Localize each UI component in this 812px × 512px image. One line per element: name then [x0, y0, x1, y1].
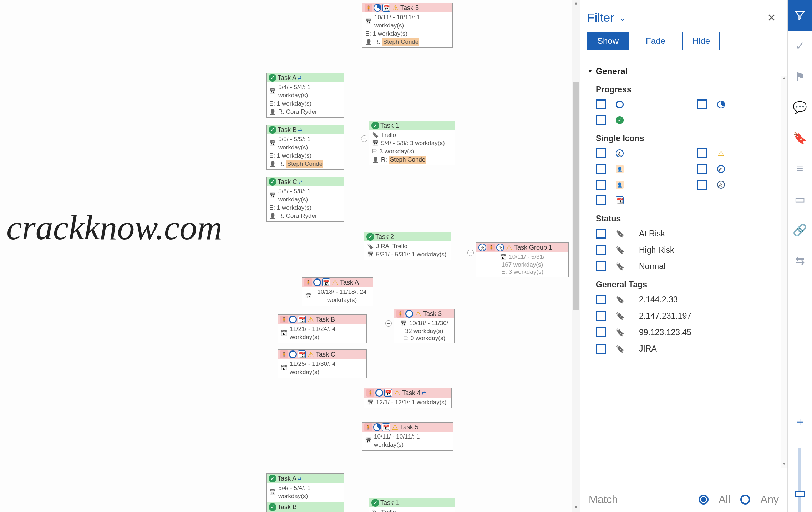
- link-icon: ⇄: [422, 390, 427, 396]
- link-tool-button[interactable]: 🔗: [788, 215, 812, 245]
- progress-partial-icon: [717, 101, 725, 108]
- collapse-toggle[interactable]: −: [385, 320, 392, 327]
- clock-icon: [717, 165, 725, 173]
- checkbox[interactable]: [596, 295, 606, 304]
- triangle-down-icon: ▼: [587, 68, 593, 75]
- resource-warn-icon: [616, 181, 624, 189]
- tag-icon: [616, 229, 629, 238]
- note-tool-button[interactable]: ▭: [788, 184, 812, 215]
- node-task-1b[interactable]: Task 1 Trello: [369, 498, 455, 512]
- node-task-3[interactable]: Task 3 10/18/ - 11/30/ 32 workday(s) E: …: [394, 309, 455, 343]
- checkbox[interactable]: [697, 99, 707, 109]
- node-red-task-c[interactable]: Task C 11/25/ - 11/30/: 4 workday(s): [278, 349, 367, 378]
- mode-fade-button[interactable]: Fade: [636, 32, 675, 50]
- clock-icon: [496, 244, 504, 251]
- scroll-down-button[interactable]: ▾: [572, 504, 580, 512]
- node-task-b2[interactable]: Task B: [266, 502, 344, 512]
- mindmap-canvas[interactable]: crackknow.com Task 5 10/11/ - 10/11/: 1 …: [0, 0, 580, 512]
- scroll-up-button[interactable]: ▴: [781, 76, 787, 82]
- progress-circle-icon: [375, 389, 383, 397]
- checkbox[interactable]: [596, 261, 606, 271]
- filter-panel: Filter ⌄ ✕ Show Fade Hide ▼General Progr…: [580, 0, 787, 512]
- node-red-task-b[interactable]: Task B 11/21/ - 11/24/: 4 workday(s): [278, 314, 367, 343]
- list-tool-button[interactable]: ≡: [788, 153, 812, 184]
- check-icon: [269, 126, 276, 134]
- watermark-text: crackknow.com: [6, 208, 222, 247]
- checkbox[interactable]: [596, 245, 606, 255]
- scroll-thumb[interactable]: [573, 82, 579, 310]
- subhead-status: Status: [596, 214, 780, 224]
- checkbox[interactable]: [596, 344, 606, 354]
- checkbox[interactable]: [596, 229, 606, 239]
- checkbox[interactable]: [596, 99, 606, 109]
- node-task-4[interactable]: Task 4⇄ 12/1/ - 12/1/: 1 workday(s): [364, 388, 452, 408]
- node-task-a[interactable]: Task A⇄ 5/4/ - 5/4/: 1 workday(s) E: 1 w…: [266, 73, 344, 118]
- mode-show-button[interactable]: Show: [587, 32, 629, 50]
- checkbox[interactable]: [596, 311, 606, 321]
- radio-any[interactable]: [740, 495, 750, 505]
- checkbox[interactable]: [697, 164, 707, 174]
- mode-hide-button[interactable]: Hide: [682, 32, 720, 50]
- link-icon: ⇄: [298, 75, 303, 81]
- scroll-up-button[interactable]: ▴: [572, 0, 580, 8]
- filter-tool-button[interactable]: [788, 0, 812, 31]
- checkbox[interactable]: [697, 180, 707, 190]
- filter-body[interactable]: ▼General Progress Single Icons Status At…: [580, 59, 787, 487]
- date-icon: [500, 253, 507, 261]
- add-tool-button[interactable]: ＋: [788, 406, 812, 437]
- date-icon: [367, 251, 374, 259]
- settings-tool-button[interactable]: ⇆: [788, 245, 812, 276]
- date-icon: [269, 191, 276, 200]
- scroll-down-button[interactable]: ▾: [781, 461, 787, 468]
- checkbox[interactable]: [596, 180, 606, 190]
- node-title: Task 5: [400, 4, 419, 12]
- flag-tool-button[interactable]: ⚑: [788, 61, 812, 92]
- node-task-group-1[interactable]: Task Group 1 10/11/ - 5/31/ 167 workday(…: [476, 242, 569, 277]
- canvas-scrollbar[interactable]: ▴ ▾: [572, 0, 580, 512]
- progress-circle-icon: [289, 350, 297, 358]
- collapse-toggle[interactable]: −: [361, 135, 367, 142]
- clock-up-icon: [616, 149, 624, 157]
- checkbox[interactable]: [596, 148, 606, 158]
- collapse-toggle[interactable]: −: [467, 250, 474, 256]
- warning-icon: [414, 310, 422, 318]
- tag-icon: [616, 246, 629, 254]
- checkbox[interactable]: [596, 327, 606, 337]
- check-tool-button[interactable]: ✓: [788, 31, 812, 61]
- progress-circle-icon: [405, 310, 413, 318]
- warning-icon: [307, 350, 315, 358]
- radio-all[interactable]: [699, 495, 709, 505]
- zoom-handle[interactable]: [795, 491, 805, 497]
- node-task-b[interactable]: Task B⇄ 5/5/ - 5/5/: 1 workday(s) E: 1 w…: [266, 125, 344, 170]
- node-red-task-a[interactable]: Task A 10/18/ - 11/18/: 24 workday(s): [302, 277, 373, 306]
- person-icon: [269, 160, 276, 168]
- checkbox[interactable]: [596, 115, 606, 125]
- warning-icon: [391, 423, 399, 431]
- chat-tool-button[interactable]: 💬: [788, 92, 812, 123]
- date-icon: [269, 139, 276, 148]
- tag-icon: [616, 295, 629, 304]
- link-icon: ⇄: [298, 179, 304, 185]
- node-task-2[interactable]: Task 2 JIRA, Trello 5/31/ - 5/31/: 1 wor…: [364, 232, 451, 260]
- tag-icon: [367, 242, 374, 251]
- checkbox[interactable]: [596, 164, 606, 174]
- node-task-c[interactable]: Task C⇄ 5/8/ - 5/8/: 1 workday(s) E: 1 w…: [266, 177, 344, 222]
- node-task-a2[interactable]: Task A⇄ 5/4/ - 5/4/: 1 workday(s): [266, 473, 344, 502]
- calendar-icon: [298, 316, 306, 323]
- zoom-slider[interactable]: [798, 448, 801, 512]
- chevron-down-icon[interactable]: ⌄: [619, 12, 626, 23]
- close-icon[interactable]: ✕: [767, 11, 776, 24]
- tag-tool-button[interactable]: 🔖: [788, 123, 812, 153]
- filter-scrollbar[interactable]: ▴ ▾: [781, 76, 787, 468]
- checkbox[interactable]: [596, 195, 606, 205]
- checkbox[interactable]: [697, 148, 707, 158]
- filter-title: Filter: [587, 11, 614, 25]
- warning-icon: [393, 389, 401, 397]
- section-general[interactable]: ▼General: [587, 66, 780, 76]
- node-task-1[interactable]: Task 1 Trello 5/4/ - 5/8/: 3 workday(s) …: [369, 121, 455, 165]
- progress-circle-icon: [313, 278, 321, 286]
- node-task-5b[interactable]: Task 5 10/11/ - 10/11/: 1 workday(s): [362, 422, 453, 451]
- person-icon: [269, 212, 276, 220]
- progress-pie-icon: [374, 4, 381, 12]
- node-task-5[interactable]: Task 5 10/11/ - 10/11/: 1 workday(s) E: …: [362, 3, 453, 48]
